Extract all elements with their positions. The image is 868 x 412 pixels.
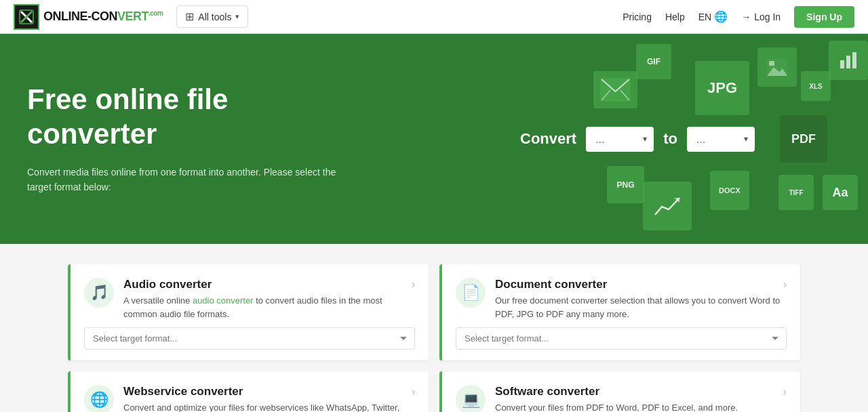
logo-text: ONLINE-CONVERT.com: [43, 9, 163, 24]
docx-icon: DOCX: [710, 171, 749, 210]
svg-rect-10: [846, 56, 850, 68]
grid-icon: ⊞: [185, 10, 194, 23]
all-tools-label: All tools: [198, 12, 231, 22]
svg-line-4: [601, 90, 610, 100]
audio-converter-desc: A versatile online audio converter to co…: [123, 294, 415, 321]
chevron-right-icon: ›: [412, 279, 415, 291]
from-format-select[interactable]: ... MP3 MP4 JPG PNG PDF: [586, 127, 654, 152]
logo-icon: [14, 4, 39, 30]
audio-format-select[interactable]: Select target format... MP3WAVFLACAACOGG: [84, 327, 415, 350]
document-icon: 📄: [456, 278, 486, 308]
audio-converter-link[interactable]: audio converter: [193, 295, 254, 306]
audio-converter-card: 🎵 Audio converter › A versatile online a…: [68, 264, 429, 360]
signup-button[interactable]: Sign Up: [794, 6, 854, 28]
png-icon: PNG: [607, 166, 644, 203]
svg-rect-7: [769, 61, 774, 66]
software-converter-desc: Convert your files from PDF to Word, PDF…: [495, 401, 787, 412]
language-button[interactable]: EN 🌐: [698, 10, 728, 23]
audio-converter-title: Audio converter: [123, 278, 212, 291]
webservice-converter-title: Webservice converter: [123, 385, 243, 398]
card-title-row: Webservice converter ›: [123, 385, 415, 398]
xls-icon: XLS: [801, 71, 831, 101]
hero-subtitle: Convert media files online from one form…: [27, 165, 353, 195]
jpg-icon: JPG: [695, 61, 749, 115]
card-top: 💻 Software converter › Convert your file…: [456, 385, 787, 412]
chevron-right-icon: ›: [783, 279, 787, 291]
software-converter-card: 💻 Software converter › Convert your file…: [439, 371, 800, 412]
trend-chart-icon: [643, 182, 692, 230]
image-icon: [757, 47, 797, 87]
globe-icon: 🌐: [714, 10, 728, 23]
chevron-right-icon: ›: [783, 386, 787, 398]
svg-rect-3: [600, 78, 631, 102]
document-converter-card: 📄 Document converter › Our free document…: [439, 264, 800, 360]
svg-rect-9: [840, 60, 844, 68]
document-converter-title: Document converter: [495, 278, 607, 291]
login-icon: →: [741, 12, 751, 22]
hero-text: Free online fileconverter Convert media …: [27, 83, 434, 195]
webservice-icon: 🌐: [84, 385, 114, 412]
lang-label: EN: [698, 12, 711, 22]
header: ONLINE-CONVERT.com ⊞ All tools ▾ Pricing…: [0, 0, 868, 34]
software-converter-title: Software converter: [495, 385, 599, 398]
pricing-link[interactable]: Pricing: [623, 12, 652, 22]
convert-label: Convert: [520, 130, 576, 148]
from-format-wrapper: ... MP3 MP4 JPG PNG PDF ▾: [586, 127, 654, 152]
login-button[interactable]: → Log In: [741, 12, 781, 22]
card-top: 🌐 Webservice converter › Convert and opt…: [84, 385, 415, 412]
hero-title: Free online fileconverter: [27, 83, 434, 151]
chart-bar-icon: [829, 41, 868, 80]
hero-section: Free online fileconverter Convert media …: [0, 34, 868, 244]
card-top: 🎵 Audio converter › A versatile online a…: [84, 278, 415, 321]
svg-marker-8: [767, 67, 787, 76]
document-format-select[interactable]: Select target format... PDFDOCXDOCODT: [456, 327, 787, 350]
card-content: Audio converter › A versatile online aud…: [123, 278, 415, 321]
card-top: 📄 Document converter › Our free document…: [456, 278, 787, 321]
convert-row: Convert ... MP3 MP4 JPG PNG PDF ▾ to ...…: [520, 127, 755, 152]
webservice-converter-desc: Convert and optimize your files for webs…: [123, 401, 415, 412]
software-icon: 💻: [456, 385, 486, 412]
all-tools-button[interactable]: ⊞ All tools ▾: [176, 5, 248, 28]
svg-rect-11: [852, 52, 856, 68]
svg-line-5: [620, 90, 629, 100]
card-title-row: Software converter ›: [495, 385, 787, 398]
card-content: Document converter › Our free document c…: [495, 278, 787, 321]
chevron-down-icon: ▾: [235, 12, 239, 21]
to-format-select[interactable]: ... MP3 MP4 JPG PNG PDF: [687, 127, 755, 152]
to-format-wrapper: ... MP3 MP4 JPG PNG PDF ▾: [687, 127, 755, 152]
gif-icon: GIF: [636, 44, 671, 79]
tiff-icon: TIFF: [778, 175, 814, 210]
font-icon: Aa: [823, 175, 858, 210]
card-content: Webservice converter › Convert and optim…: [123, 385, 415, 412]
to-label: to: [663, 130, 677, 148]
converter-grid: 🎵 Audio converter › A versatile online a…: [68, 264, 800, 412]
hero-right: Convert ... MP3 MP4 JPG PNG PDF ▾ to ...…: [434, 127, 841, 152]
envelope-icon: [593, 71, 637, 108]
logo[interactable]: ONLINE-CONVERT.com: [14, 4, 163, 30]
audio-icon: 🎵: [84, 278, 114, 308]
svg-rect-6: [767, 59, 787, 76]
login-label: Log In: [754, 12, 781, 22]
svg-marker-12: [674, 198, 679, 203]
webservice-converter-card: 🌐 Webservice converter › Convert and opt…: [68, 371, 429, 412]
document-converter-desc: Our free document converter selection th…: [495, 294, 787, 321]
help-link[interactable]: Help: [665, 12, 685, 22]
card-title-row: Audio converter ›: [123, 278, 415, 291]
main-content: 🎵 Audio converter › A versatile online a…: [0, 244, 868, 412]
card-title-row: Document converter ›: [495, 278, 787, 291]
header-right: Pricing Help EN 🌐 → Log In Sign Up: [623, 6, 854, 28]
chevron-right-icon: ›: [412, 386, 415, 398]
card-content: Software converter › Convert your files …: [495, 385, 787, 412]
